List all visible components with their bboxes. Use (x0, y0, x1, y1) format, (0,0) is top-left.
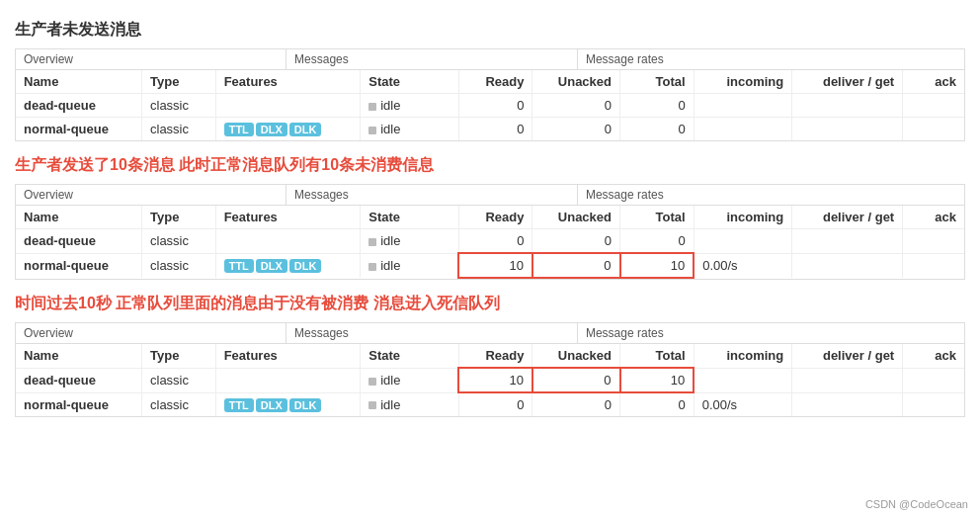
cell-incoming (694, 368, 792, 392)
col-header-unacked: Unacked (532, 70, 620, 94)
tag-dlx: DLX (256, 398, 287, 412)
group-header-overview: Overview (16, 323, 286, 344)
cell-total: 0 (620, 94, 694, 118)
col-header-features: Features (215, 344, 361, 368)
cell-features (215, 94, 361, 118)
cell-unacked: 0 (532, 253, 620, 278)
cell-name: normal-queue (16, 253, 142, 278)
cell-ready: 10 (458, 368, 532, 392)
cell-unacked: 0 (532, 368, 620, 392)
section-title-section2: 生产者发送了10条消息 此时正常消息队列有10条未消费信息 (15, 155, 965, 176)
tag-dlx: DLX (256, 259, 287, 273)
cell-ack (903, 253, 964, 278)
section-title-section1: 生产者未发送消息 (15, 20, 965, 41)
col-header-total: Total (620, 70, 694, 94)
cell-name: normal-queue (16, 118, 142, 141)
col-header-total: Total (620, 344, 694, 368)
cell-ready: 0 (458, 392, 532, 416)
tag-ttl: TTL (224, 259, 254, 273)
data-table-section3: NameTypeFeaturesStateReadyUnackedTotalin… (16, 344, 964, 416)
data-table-section2: NameTypeFeaturesStateReadyUnackedTotalin… (16, 206, 964, 279)
table-row: normal-queueclassicTTLDLXDLKidle000 (16, 118, 964, 141)
col-header-ready: Ready (458, 206, 532, 229)
cell-ack (903, 229, 964, 254)
cell-incoming (694, 118, 792, 141)
group-header-message_rates: Message rates (577, 49, 964, 70)
cell-type: classic (142, 392, 216, 416)
col-header-ready: Ready (458, 344, 532, 368)
col-header-type: Type (142, 70, 216, 94)
cell-deliver (792, 253, 903, 278)
col-header-features: Features (215, 206, 361, 229)
col-header-name: Name (16, 70, 142, 94)
cell-state: idle (361, 94, 459, 118)
cell-type: classic (142, 94, 216, 118)
cell-features (215, 368, 361, 392)
cell-name: normal-queue (16, 392, 142, 416)
cell-state: idle (361, 118, 459, 141)
data-table-section1: NameTypeFeaturesStateReadyUnackedTotalin… (16, 70, 964, 140)
table-row: dead-queueclassicidle10010 (16, 368, 964, 392)
cell-unacked: 0 (532, 229, 620, 254)
group-header-message_rates: Message rates (577, 185, 964, 206)
col-header-state: State (361, 344, 459, 368)
col-header-incoming: incoming (694, 344, 792, 368)
group-header-overview: Overview (16, 49, 286, 70)
col-header-deliver: deliver / get (792, 344, 903, 368)
col-header-deliver: deliver / get (792, 206, 903, 229)
col-header-ack: ack (903, 344, 964, 368)
col-header-ack: ack (903, 70, 964, 94)
col-header-unacked: Unacked (532, 206, 620, 229)
cell-deliver (792, 368, 903, 392)
cell-name: dead-queue (16, 368, 142, 392)
cell-ready: 10 (458, 253, 532, 278)
col-header-type: Type (142, 206, 216, 229)
tag-ttl: TTL (224, 123, 254, 136)
table-row: dead-queueclassicidle000 (16, 94, 964, 118)
group-header-overview: Overview (16, 185, 286, 206)
cell-type: classic (142, 229, 216, 254)
table-row: normal-queueclassicTTLDLXDLKidle0000.00/… (16, 392, 964, 416)
col-header-unacked: Unacked (532, 344, 620, 368)
cell-type: classic (142, 118, 216, 141)
state-dot-icon (368, 238, 376, 246)
cell-state: idle (361, 253, 459, 278)
tag-ttl: TTL (224, 398, 254, 412)
col-header-name: Name (16, 206, 142, 229)
state-dot-icon (368, 401, 376, 409)
section-title-section3: 时间过去10秒 正常队列里面的消息由于没有被消费 消息进入死信队列 (15, 294, 965, 314)
cell-total: 10 (620, 253, 694, 278)
col-header-total: Total (620, 206, 694, 229)
cell-ack (903, 368, 964, 392)
cell-ack (903, 118, 964, 141)
cell-ready: 0 (458, 118, 532, 141)
cell-type: classic (142, 253, 216, 278)
table-section2: OverviewMessagesMessage ratesNameTypeFea… (15, 184, 965, 280)
state-dot-icon (368, 103, 376, 111)
cell-features (215, 229, 361, 254)
col-header-features: Features (215, 70, 361, 94)
col-header-name: Name (16, 344, 142, 368)
group-header-message_rates: Message rates (577, 323, 964, 344)
tag-dlk: DLK (289, 398, 322, 412)
cell-ready: 0 (458, 229, 532, 254)
cell-incoming (694, 94, 792, 118)
group-header-messages: Messages (286, 323, 578, 344)
tag-dlk: DLK (289, 123, 322, 136)
table-section1: OverviewMessagesMessage ratesNameTypeFea… (15, 48, 965, 141)
cell-state: idle (361, 229, 459, 254)
col-header-incoming: incoming (694, 70, 792, 94)
col-header-ready: Ready (458, 70, 532, 94)
cell-state: idle (361, 368, 459, 392)
cell-total: 10 (620, 368, 694, 392)
cell-features: TTLDLXDLK (215, 253, 361, 278)
state-dot-icon (368, 263, 376, 271)
cell-ack (903, 94, 964, 118)
table-row: normal-queueclassicTTLDLXDLKidle100100.0… (16, 253, 964, 278)
col-header-ack: ack (903, 206, 964, 229)
tag-dlk: DLK (289, 259, 322, 273)
cell-incoming (694, 229, 792, 254)
group-header-messages: Messages (286, 185, 578, 206)
cell-deliver (792, 94, 903, 118)
tag-dlx: DLX (256, 123, 287, 136)
